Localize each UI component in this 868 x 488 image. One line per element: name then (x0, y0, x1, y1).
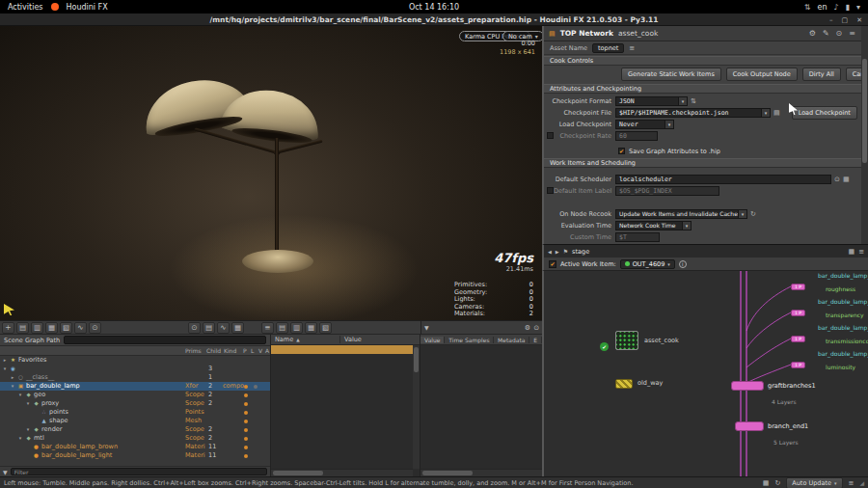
scene-graph-path-input[interactable] (64, 336, 266, 344)
scene-viewport[interactable]: Karma CPU Persp No cam 0:00 1198 x 641 4… (0, 26, 542, 320)
scene-graph-row[interactable]: ●bar_double_lamp_brown Materi 11 (0, 443, 270, 451)
visibility-toggle[interactable] (254, 385, 258, 389)
curve-tool-icon[interactable] (74, 322, 87, 334)
on-node-recook-dropdown[interactable]: Update Work Items and Invalidate Caches (615, 209, 747, 219)
scene-graph-row[interactable]: ○__class__ 1 (0, 373, 270, 382)
display-tool-icon[interactable] (231, 322, 244, 334)
tab-time-samples[interactable]: Time Samples (445, 337, 494, 343)
col-prims[interactable]: Prims (185, 347, 202, 354)
activities-button[interactable]: Activities (8, 3, 43, 12)
snapshot-icon[interactable] (849, 248, 855, 256)
filter-input[interactable]: Filter (11, 468, 267, 475)
reorder-icon[interactable] (691, 97, 696, 105)
activation-toggle[interactable] (244, 446, 248, 449)
load-checkpoint-button[interactable]: Load Checkpoint (792, 106, 857, 120)
default-scheduler-input[interactable]: localscheduler (615, 175, 831, 184)
param-enable-checkbox[interactable] (547, 132, 554, 139)
column-view-icon[interactable] (276, 322, 288, 334)
col-kind[interactable]: Kind (224, 347, 236, 354)
scrollbar-thumb[interactable] (414, 347, 419, 372)
activation-toggle[interactable] (244, 393, 248, 397)
vertical-scrollbar[interactable] (413, 345, 420, 469)
path-menu-icon[interactable] (858, 248, 864, 256)
node-graftbranches[interactable] (731, 381, 764, 391)
open-node-icon[interactable] (843, 176, 850, 183)
activation-toggle[interactable] (244, 402, 248, 406)
scene-graph-row[interactable]: ◉ 3 (0, 365, 270, 373)
tab-extra[interactable]: E (529, 337, 542, 343)
gear-icon[interactable] (525, 324, 530, 332)
file-chooser-icon[interactable] (773, 109, 780, 117)
tab-metadata[interactable]: Metadata (494, 337, 529, 343)
current-node-name[interactable]: asset_cook (618, 29, 658, 38)
expand-caret-icon[interactable] (25, 425, 31, 434)
status-menu-icon[interactable] (849, 479, 854, 487)
cook-controls-section[interactable]: Cook Controls (544, 56, 868, 66)
node-old-way[interactable] (615, 379, 633, 389)
back-icon[interactable] (548, 249, 552, 255)
work-item-chip[interactable]: 1 P (791, 284, 805, 290)
clock[interactable]: Oct 14 16:10 (409, 0, 459, 14)
pane-menu-icon[interactable] (849, 29, 855, 38)
col-flag-l[interactable]: L (251, 347, 254, 354)
view-tool-icon[interactable] (203, 322, 215, 334)
default-item-label-input[interactable]: $OS_$PDG_INDEX (615, 186, 719, 196)
scrollbar-thumb[interactable] (422, 471, 473, 475)
checkpoint-file-input[interactable]: $HIP/$HIPNAME.checkpoint.json (615, 108, 762, 118)
expand-caret-icon[interactable] (17, 434, 23, 443)
scene-graph-row[interactable]: ▲shape Mesh (0, 417, 270, 425)
scene-graph-row[interactable]: ●bar_double_lamp_light Materi 11 (0, 451, 270, 460)
snap-tool-icon[interactable] (188, 322, 201, 334)
param-enable-checkbox[interactable] (547, 187, 554, 194)
attributes-checkpointing-section[interactable]: Attributes and Checkpointing (544, 84, 868, 94)
cook-output-node-button[interactable]: Cook Output Node (726, 68, 798, 81)
tree-view-icon[interactable] (290, 322, 303, 334)
expand-caret-icon[interactable] (17, 391, 23, 399)
scene-graph-row[interactable]: ◆proxy Scope 2 (0, 399, 270, 408)
recook-icon[interactable] (750, 210, 756, 218)
node-branch-end[interactable] (735, 421, 764, 431)
load-checkpoint-dropdown[interactable]: Never (615, 120, 674, 129)
node-chooser-icon[interactable] (834, 176, 840, 183)
split-tool-icon[interactable] (31, 322, 43, 334)
motion-tool-icon[interactable] (217, 322, 230, 334)
chevron-down-icon[interactable] (762, 108, 771, 118)
language-indicator[interactable]: en (817, 3, 827, 12)
auto-update-selector[interactable]: Auto Update (786, 477, 842, 488)
tab-value[interactable]: Value (420, 337, 445, 343)
forward-icon[interactable] (556, 249, 559, 255)
dirty-all-button[interactable]: Dirty All (802, 68, 841, 81)
expand-caret-icon[interactable] (2, 365, 8, 373)
minimize-button[interactable] (829, 16, 833, 24)
battery-icon[interactable] (846, 3, 850, 12)
activation-toggle[interactable] (244, 437, 248, 441)
network-path[interactable]: stage (572, 248, 589, 256)
resize-grip-icon[interactable] (859, 479, 864, 486)
close-button[interactable] (856, 16, 862, 24)
maximize-button[interactable] (842, 16, 849, 24)
scene-graph-row[interactable]: ∴points Points (0, 408, 270, 417)
work-items-scheduling-section[interactable]: Work Items and Scheduling (544, 158, 868, 168)
parameter-scrollbar[interactable] (861, 26, 868, 244)
filter-icon[interactable] (424, 324, 429, 331)
activation-toggle[interactable] (244, 411, 248, 415)
thumbnail-view-icon[interactable] (319, 322, 332, 334)
asset-name-value[interactable]: topnet (592, 43, 624, 53)
expand-caret-icon[interactable] (25, 399, 31, 408)
pattern-tool-icon[interactable] (60, 322, 72, 334)
window-title-bar[interactable]: /mnt/hq/projects/dmitrilv3/bar_scene/fin… (0, 14, 868, 26)
work-item-chip[interactable]: 1 P (791, 362, 805, 368)
scene-graph-row-selected[interactable]: ▣bar_double_lamp Xfor 2 compo (0, 382, 270, 391)
list-view-icon[interactable] (261, 322, 274, 334)
scrollbar-thumb[interactable] (862, 59, 867, 163)
layout-tool-icon[interactable] (16, 322, 29, 334)
horizontal-scrollbar[interactable] (271, 469, 413, 476)
scene-graph-row[interactable]: ★Favorites (0, 356, 270, 365)
checkpoint-rate-input[interactable]: 60 (615, 131, 658, 141)
save-graph-checkbox[interactable]: Save Graph Attributes to .hip (615, 148, 720, 155)
custom-time-input[interactable]: $T (615, 232, 660, 242)
activation-toggle[interactable] (244, 428, 248, 432)
grid-tool-icon[interactable] (45, 322, 58, 334)
horizontal-scrollbar[interactable] (420, 469, 542, 476)
selected-attribute-row[interactable] (271, 345, 414, 354)
